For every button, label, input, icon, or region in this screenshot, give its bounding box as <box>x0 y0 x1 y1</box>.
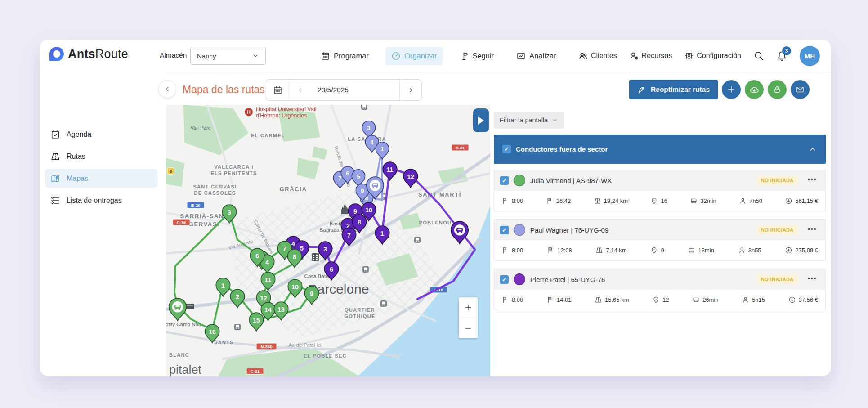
map-label: GOTHIQUE <box>344 314 375 319</box>
stat-value: 8:00 <box>512 247 523 254</box>
resources-icon <box>629 51 639 61</box>
search-icon[interactable] <box>753 50 764 61</box>
sidebar-item-rutas[interactable]: Rutas <box>45 147 157 166</box>
export-button[interactable] <box>745 80 764 99</box>
lock-icon <box>773 85 782 94</box>
driver-checkbox[interactable]: ✓ <box>500 275 509 284</box>
plus-icon <box>727 85 736 94</box>
row-menu-button[interactable]: ••• <box>808 225 817 233</box>
brand-logo-icon <box>49 47 64 61</box>
date-next-button[interactable] <box>399 80 421 100</box>
stat-value: 26min <box>702 296 718 303</box>
stat-value: 3h55 <box>748 247 761 254</box>
person-icon <box>742 296 749 304</box>
metro-icon <box>234 324 241 330</box>
driver-color-dot <box>514 175 525 186</box>
metro-icon <box>361 105 367 110</box>
send-mail-button[interactable] <box>791 80 810 99</box>
filter-label: Filtrar la pantalla <box>500 117 548 124</box>
stat-value: 32min <box>700 197 716 204</box>
sidebar-item-label: Mapas <box>67 175 88 183</box>
section-checkbox[interactable]: ✓ <box>502 145 511 153</box>
map[interactable]: Vall ParcEL CARMELLA SAGRERAGRÀCIASANT M… <box>166 105 490 376</box>
zoom-out-button[interactable]: − <box>459 318 478 338</box>
svg-text:7: 7 <box>347 232 351 239</box>
svg-text:14: 14 <box>264 306 272 314</box>
drivers-section-header[interactable]: ✓ Conductores fuera de sector <box>494 135 826 164</box>
lock-button[interactable] <box>768 80 787 99</box>
section-title: Conductores fuera de sector <box>516 145 608 153</box>
row-menu-button[interactable]: ••• <box>808 175 817 183</box>
driver-head[interactable]: ✓ Julia Virmond | AS-987-WX NO INICIADA … <box>494 170 825 191</box>
building-icon <box>312 253 319 261</box>
nav-configuracion[interactable]: Configuración <box>684 51 741 61</box>
nav-label: Clientes <box>591 52 617 60</box>
svg-text:15: 15 <box>253 317 260 324</box>
metro-icon <box>380 300 387 307</box>
stat-revenue: 275,09 € <box>785 247 818 254</box>
stat-end-time: 14:01 <box>546 296 572 304</box>
date-prev-button[interactable] <box>289 80 311 100</box>
stat-duration: 5h15 <box>742 296 765 304</box>
tab-analizar[interactable]: Analizar <box>510 47 562 65</box>
brand-logo: AntsRoute <box>49 47 128 61</box>
nav-clientes[interactable]: Clientes <box>578 51 617 61</box>
stat-distance: 19,24 km <box>594 197 628 205</box>
sidebar-item-lista-de-entregas[interactable]: Lista de entregas <box>45 191 157 210</box>
warehouse-select-value: Nancy <box>197 52 216 60</box>
chevron-up-icon <box>808 145 817 154</box>
driver-checkbox[interactable]: ✓ <box>500 226 509 234</box>
driver-color-dot <box>514 273 525 285</box>
stat-stops: 16 <box>650 197 667 205</box>
add-button[interactable] <box>722 80 741 99</box>
svg-text:8: 8 <box>170 169 172 174</box>
zoom-in-button[interactable]: + <box>459 297 478 318</box>
map-pin-icon <box>50 174 60 184</box>
map-canvas: Vall ParcEL CARMELLA SAGRERAGRÀCIASANT M… <box>166 105 490 376</box>
tab-programar[interactable]: Programar <box>315 47 375 65</box>
status-badge: NO INICIADA <box>756 225 798 235</box>
nav-recursos[interactable]: Recursos <box>629 51 672 61</box>
chart-icon <box>516 51 526 61</box>
sidebar: Agenda Rutas Mapas Lista de entregas <box>40 72 166 376</box>
expand-panel-button[interactable] <box>473 108 489 132</box>
driver-checkbox[interactable]: ✓ <box>500 176 509 185</box>
sidebar-item-agenda[interactable]: Agenda <box>45 125 157 144</box>
sidebar-item-label: Lista de entregas <box>67 197 122 205</box>
map-label: SANT GERVASI <box>193 184 237 189</box>
driver-stats: 8:00 12:08 7,14 km 9 13min 3h55 275,09 € <box>494 240 825 260</box>
stat-value: 19,24 km <box>604 197 628 204</box>
date-value[interactable]: 23/5/2025 <box>311 80 399 100</box>
tab-label: Programar <box>334 52 369 60</box>
chevron-down-icon <box>551 117 558 124</box>
warehouse-select[interactable]: Nancy <box>190 47 266 65</box>
chevron-left-icon <box>297 87 304 94</box>
svg-text:9: 9 <box>310 290 313 297</box>
filter-screen-button[interactable]: Filtrar la pantalla <box>494 112 564 129</box>
speedometer-icon <box>391 51 401 61</box>
tab-organizar[interactable]: Organizar <box>385 47 443 65</box>
driver-head[interactable]: ✓ Pierre Patel | 65-UYG-76 NO INICIADA •… <box>494 269 825 290</box>
avatar[interactable]: MH <box>800 46 820 66</box>
row-menu-button[interactable]: ••• <box>808 274 817 282</box>
tab-seguir[interactable]: Seguir <box>453 47 500 65</box>
map-label: BLANC <box>169 352 189 358</box>
sidebar-item-mapas[interactable]: Mapas <box>45 169 157 188</box>
stat-stops: 9 <box>650 247 664 254</box>
download-circle-icon <box>785 197 792 205</box>
collapse-sidebar-button[interactable] <box>158 80 176 98</box>
reoptimize-routes-button[interactable]: Reoptimizar rutas <box>629 80 718 99</box>
svg-text:1: 1 <box>380 230 384 237</box>
road-icon <box>50 152 60 161</box>
stat-start-time: 8:00 <box>501 247 523 254</box>
driver-head[interactable]: ✓ Paul Wagner | 76-UYG-09 NO INICIADA ••… <box>494 220 825 240</box>
driver-name: Julia Virmond | AS-987-WX <box>530 177 612 184</box>
stat-value: 12:08 <box>557 247 572 254</box>
road-badge: C-31 <box>246 368 264 374</box>
stat-drive-time: 26min <box>692 296 718 304</box>
notifications-button[interactable]: 3 <box>776 50 787 62</box>
date-picker-calendar-button[interactable] <box>266 80 289 100</box>
stat-duration: 3h55 <box>738 247 761 254</box>
map-label: POBLENOU <box>419 220 452 225</box>
collapse-section-button[interactable] <box>808 145 817 154</box>
